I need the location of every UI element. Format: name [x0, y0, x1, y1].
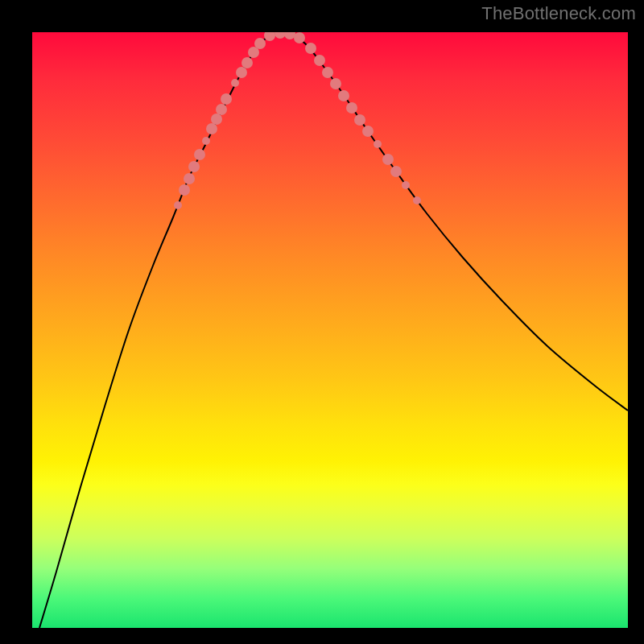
svg-point-12	[242, 57, 253, 68]
svg-point-24	[346, 102, 357, 114]
svg-point-8	[216, 104, 227, 115]
svg-point-7	[211, 114, 222, 125]
svg-point-28	[382, 154, 394, 165]
watermark-text: TheBottleneck.com	[481, 3, 636, 24]
svg-point-22	[330, 78, 341, 89]
highlight-dots-right	[305, 43, 421, 204]
svg-point-1	[179, 184, 190, 196]
svg-point-14	[254, 38, 266, 49]
svg-point-17	[284, 32, 295, 39]
svg-point-5	[202, 137, 210, 145]
svg-point-31	[413, 196, 421, 204]
svg-point-9	[221, 93, 232, 105]
plot-area	[32, 32, 628, 628]
svg-point-2	[184, 173, 195, 184]
svg-point-26	[362, 126, 374, 137]
svg-point-23	[338, 90, 349, 101]
bottleneck-curve	[39, 32, 628, 628]
svg-point-3	[188, 161, 200, 172]
svg-point-6	[206, 123, 217, 134]
svg-point-4	[194, 149, 205, 160]
svg-point-10	[231, 79, 239, 87]
svg-point-29	[390, 166, 402, 177]
svg-point-30	[402, 181, 410, 189]
svg-point-0	[174, 201, 182, 209]
svg-point-21	[322, 67, 333, 78]
chart-frame: TheBottleneck.com	[0, 0, 644, 644]
svg-point-16	[275, 32, 286, 39]
svg-point-11	[236, 67, 247, 78]
svg-point-25	[354, 114, 365, 126]
svg-point-18	[294, 32, 305, 43]
curve-svg	[32, 32, 628, 628]
svg-point-27	[374, 140, 382, 148]
highlight-dots-left	[174, 32, 305, 209]
svg-point-20	[314, 55, 325, 66]
svg-point-19	[305, 43, 316, 54]
svg-point-15	[264, 32, 275, 41]
